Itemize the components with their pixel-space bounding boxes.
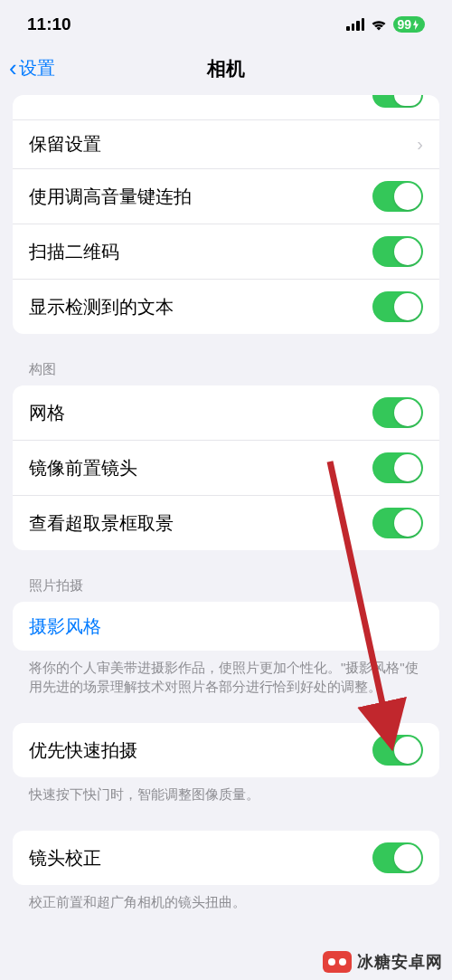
detect-text-row: 显示检测到的文本 [13, 280, 439, 334]
section-footer: 快速按下快门时，智能调整图像质量。 [13, 777, 439, 811]
row-label: 保留设置 [29, 132, 101, 157]
row-label: 镜头校正 [29, 846, 101, 871]
row-label: 摄影风格 [29, 614, 101, 639]
preserve-settings-row[interactable]: 保留设置 › [13, 120, 439, 169]
toggle-switch[interactable] [372, 291, 423, 322]
watermark-text: 冰糖安卓网 [357, 951, 443, 973]
watermark: 冰糖安卓网 [323, 951, 443, 973]
cellular-signal-icon [346, 18, 364, 31]
toggle-switch[interactable] [372, 397, 423, 428]
settings-section-composition: 构图 网格 镜像前置镜头 查看超取景框取景 [13, 354, 439, 550]
row-label: 网格 [29, 401, 65, 425]
row-label: 使用调高音量键连拍 [29, 185, 192, 209]
watermark-logo-icon [323, 951, 352, 973]
settings-section-general: 保留设置 › 使用调高音量键连拍 扫描二维码 显示检测到的文本 [13, 95, 439, 334]
toggle-switch[interactable] [372, 95, 423, 108]
volume-burst-row: 使用调高音量键连拍 [13, 169, 439, 224]
section-footer: 校正前置和超广角相机的镜头扭曲。 [13, 885, 439, 918]
status-time: 11:10 [27, 14, 71, 34]
status-icons: 99 [346, 16, 425, 33]
row-label: 镜像前置镜头 [29, 456, 137, 480]
toggle-switch[interactable] [372, 508, 423, 538]
section-footer: 将你的个人审美带进摄影作品，使照片更加个性化。"摄影风格"使用先进的场景理解技术… [13, 651, 439, 703]
toggle-switch[interactable] [372, 452, 423, 483]
chevron-right-icon: › [417, 134, 423, 155]
settings-section-priority-fast: 优先快速拍摄 快速按下快门时，智能调整图像质量。 [13, 723, 439, 811]
row-label: 扫描二维码 [29, 240, 119, 264]
photographic-styles-row[interactable]: 摄影风格 [13, 602, 439, 651]
view-outside-frame-row: 查看超取景框取景 [13, 496, 439, 550]
grid-row: 网格 [13, 385, 439, 441]
lens-correction-row: 镜头校正 [13, 831, 439, 885]
row-label: 显示检测到的文本 [29, 295, 174, 319]
mirror-front-row: 镜像前置镜头 [13, 441, 439, 496]
settings-section-photo-capture: 照片拍摄 摄影风格 将你的个人审美带进摄影作品，使照片更加个性化。"摄影风格"使… [13, 570, 439, 703]
status-bar: 11:10 99 [0, 0, 452, 45]
section-header: 构图 [13, 354, 439, 385]
section-header: 照片拍摄 [13, 570, 439, 602]
settings-section-lens-correction: 镜头校正 校正前置和超广角相机的镜头扭曲。 [13, 831, 439, 918]
battery-indicator: 99 [393, 16, 425, 33]
toggle-switch[interactable] [372, 181, 423, 212]
toggle-switch[interactable] [372, 735, 423, 766]
back-label: 设置 [19, 56, 55, 81]
page-title: 相机 [207, 56, 245, 81]
toggle-switch[interactable] [372, 842, 423, 873]
back-button[interactable]: ‹ 设置 [9, 54, 55, 82]
scan-qr-row: 扫描二维码 [13, 224, 439, 280]
toggle-switch[interactable] [372, 236, 423, 267]
chevron-left-icon: ‹ [9, 54, 17, 82]
row-label: 查看超取景框取景 [29, 511, 174, 536]
table-row-partial[interactable] [13, 95, 439, 120]
navigation-bar: ‹ 设置 相机 [0, 45, 452, 95]
row-label: 优先快速拍摄 [29, 738, 137, 763]
wifi-icon [370, 18, 388, 32]
prioritize-fast-shooting-row: 优先快速拍摄 [13, 723, 439, 777]
